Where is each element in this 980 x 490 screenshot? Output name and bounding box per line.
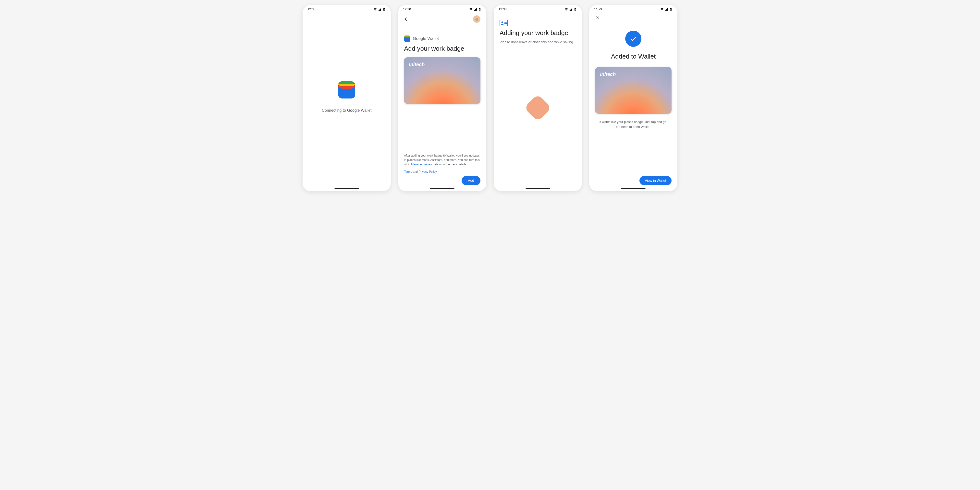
google-word: Google: [347, 108, 360, 113]
google-wallet-brand: Google Wallet: [404, 35, 480, 42]
work-badge-card: Initech: [404, 57, 480, 104]
home-indicator[interactable]: [430, 188, 455, 189]
svg-rect-2: [504, 22, 507, 22]
battery-icon: [669, 8, 673, 11]
wifi-icon: [660, 8, 664, 11]
signal-icon: [665, 8, 668, 11]
status-icons: [565, 8, 577, 11]
wallet-logo-icon: [338, 81, 355, 99]
phone-screen-adding: 12:30 Adding your work badge Please don'…: [494, 5, 582, 191]
signal-icon: [569, 8, 573, 11]
status-bar: 12:30: [398, 5, 486, 13]
home-indicator[interactable]: [334, 188, 359, 189]
svg-rect-3: [504, 23, 507, 24]
wifi-icon: [565, 8, 568, 11]
status-time: 12:30: [403, 7, 411, 11]
avatar[interactable]: [473, 16, 480, 23]
page-title: Add your work badge: [404, 45, 480, 52]
back-icon[interactable]: [404, 17, 409, 22]
close-icon[interactable]: [595, 16, 600, 20]
badge-id-icon: [500, 20, 508, 26]
home-indicator[interactable]: [525, 188, 550, 189]
success-check-icon: [625, 30, 641, 47]
badge-brand-name: Initech: [409, 62, 425, 67]
wallet-word: Wallet: [360, 108, 371, 113]
badge-brand-name: Initech: [600, 72, 616, 77]
phone-screen-connecting: 12:30 Connecting to Google Wallet: [302, 5, 391, 191]
google-wallet-label: Google Wallet: [413, 36, 439, 41]
status-icons: [469, 8, 481, 11]
success-description: It works like your plastic badge. Just t…: [595, 119, 671, 129]
terms-link[interactable]: Terms: [404, 170, 412, 173]
status-bar: 12:30: [494, 5, 582, 13]
wallet-word: Wallet: [426, 36, 439, 41]
footer-text-part2: or in the pass details.: [439, 163, 467, 166]
status-bar: 11:29: [589, 5, 678, 13]
signal-icon: [474, 8, 477, 11]
home-indicator[interactable]: [621, 188, 646, 189]
connecting-prefix: Connecting to: [322, 108, 347, 113]
view-in-wallet-button[interactable]: View in Wallet: [640, 176, 671, 185]
battery-icon: [478, 8, 481, 11]
status-icons: [660, 8, 673, 11]
phone-screen-add-badge: 12:30 Google Wallet Add your work badge: [398, 5, 486, 191]
phone-screen-added: 11:29 Added to Wallet Initech It works l…: [589, 5, 678, 191]
svg-rect-0: [500, 20, 508, 26]
add-button[interactable]: Add: [461, 176, 480, 185]
privacy-policy-link[interactable]: Privacy Policy: [418, 170, 437, 173]
google-word: Google: [413, 36, 426, 41]
battery-icon: [574, 8, 577, 11]
manage-passes-link[interactable]: Manage passes data: [411, 163, 438, 166]
status-time: 11:29: [594, 7, 602, 11]
connecting-text: Connecting to Google Wallet: [322, 108, 371, 113]
status-time: 12:30: [499, 7, 507, 11]
loading-spinner-icon: [524, 94, 552, 121]
footer-disclosure: After adding your work badge to Wallet, …: [404, 153, 480, 191]
and-text: and: [412, 170, 419, 173]
wallet-logo-icon: [404, 35, 410, 42]
page-title: Added to Wallet: [611, 52, 656, 60]
svg-point-1: [501, 22, 503, 23]
wifi-icon: [469, 8, 473, 11]
work-badge-card: Initech: [595, 67, 671, 114]
